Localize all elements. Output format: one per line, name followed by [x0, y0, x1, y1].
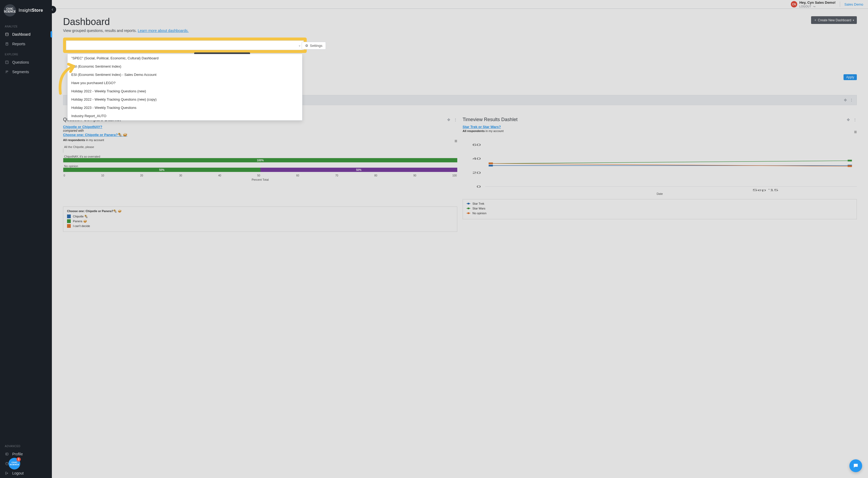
avatar[interactable]: CN [791, 1, 797, 7]
more-vertical-icon[interactable]: ⋮ [454, 118, 457, 122]
svg-line-24 [491, 163, 850, 166]
sidebar-item-dashboard[interactable]: Dashboard [0, 30, 52, 39]
sidebar-collapse-button[interactable] [49, 6, 56, 13]
dashlet-title: Timeview Results Dashlet [463, 117, 517, 122]
sidebar-item-label: Profile [12, 452, 23, 456]
legend-label: I can't decide [73, 225, 90, 228]
dropdown-item[interactable]: "SPEC" (Social, Political, Economic, Cul… [68, 54, 302, 62]
dashboard-search-dropdown: "SPEC" (Social, Political, Economic, Cul… [67, 54, 303, 121]
legend-swatch [67, 224, 71, 228]
dashboard-icon [5, 32, 9, 36]
bar-xaxis: 0102030405060708090100 [63, 174, 457, 177]
legend-label: Panera 🥪 [73, 219, 87, 223]
respondents-bold: All respondents [463, 129, 485, 132]
apply-button[interactable]: Apply [843, 74, 857, 80]
sidebar-section-advanced: ADVANCED [0, 441, 52, 449]
timeview-legend: Star Trek Star Wars No opinion [463, 199, 857, 219]
questions-icon: ? [5, 60, 9, 64]
svg-rect-19 [489, 165, 493, 166]
legend-label: No opinion [472, 212, 487, 215]
legend-swatch [467, 207, 470, 209]
more-vertical-icon[interactable]: ⋮ [850, 98, 854, 102]
sidebar-item-label: Questions [12, 60, 29, 64]
dropdown-item[interactable]: Have you purchased LEGO? [68, 79, 302, 87]
legend-swatch [67, 219, 71, 223]
brand-mark: CIVIC SCIENCE [4, 4, 16, 17]
question-link-primary[interactable]: Star Trek or Star Wars? [463, 125, 501, 129]
divider [840, 2, 840, 7]
chevron-down-icon: ⌄ [298, 43, 301, 47]
reports-icon [5, 42, 9, 46]
page-title: Dashboard [63, 16, 189, 27]
notification-count: 1 [17, 457, 21, 461]
create-dashboard-button[interactable]: ＋ Create New Dashboard ▾ [811, 16, 857, 24]
notifications-badge[interactable]: CIVIC SCIENCE 1 [8, 458, 20, 470]
bar-category-label: All the Chipotle, please [64, 145, 457, 149]
sidebar-item-label: Segments [12, 70, 29, 74]
legend-label: Star Wars [472, 207, 486, 210]
move-icon[interactable]: ✥ [447, 118, 451, 122]
timeview-dashlet: Timeview Results Dashlet ✥ ⋮ Star Trek o… [463, 117, 857, 232]
dropdown-item[interactable]: Industry Report_AUTO [68, 112, 302, 120]
compare-legend: Choose one: Chipotle or Panera?🌯 🥪 Chipo… [63, 207, 457, 232]
settings-button[interactable]: ⚙ Settings [302, 42, 326, 50]
dropdown-item[interactable]: Holiday 2022 - Weekly Tracking Questions… [68, 95, 302, 103]
chart-menu-icon[interactable]: ≡ [454, 139, 457, 144]
xaxis-title: Percent Total [63, 178, 457, 181]
bar-category-label: ChipotNAY, it's so overrated [64, 155, 457, 158]
plus-icon: ＋ [814, 18, 817, 22]
question-link-secondary[interactable]: Choose one: Chipotle or Panera?🌯 🥪 [63, 133, 127, 137]
dropdown-item[interactable]: Holiday 2022 - Weekly Tracking Questions… [68, 87, 302, 95]
sidebar-item-logout[interactable]: Logout [0, 469, 52, 478]
chart-menu-icon[interactable]: ≡ [854, 129, 857, 135]
sidebar-item-questions[interactable]: ? Questions [0, 58, 52, 67]
learn-more-link[interactable]: Learn more about dashboards. [138, 28, 189, 33]
move-icon[interactable]: ✥ [847, 118, 850, 122]
timeview-line-chart: 60 40 20 0 [463, 136, 857, 192]
dashboard-search-input[interactable] [69, 43, 298, 48]
dropdown-item[interactable]: ESI (Economic Sentiment Index) - Sales D… [68, 70, 302, 79]
xaxis-title: Date [463, 192, 857, 196]
legend-title: Choose one: Chipotle or Panera?🌯 🥪 [67, 209, 453, 213]
sidebar-item-help[interactable]: ? Help [0, 459, 52, 469]
svg-text:60: 60 [472, 143, 481, 146]
svg-point-8 [7, 71, 8, 72]
legend-label: Chipotle 🌯 [73, 215, 88, 218]
segments-icon [5, 70, 9, 74]
svg-rect-26 [848, 165, 852, 167]
move-icon[interactable]: ✥ [844, 98, 847, 102]
respondents-bold: All respondents [63, 139, 85, 142]
legend-swatch [467, 212, 470, 214]
caret-down-icon: ▾ [853, 19, 854, 22]
sidebar-item-label: Dashboard [12, 32, 31, 36]
bar-category-label: No opinion [64, 165, 457, 168]
question-link-primary[interactable]: Chipotle or ChipotNAY? [63, 125, 102, 129]
sales-demo-link[interactable]: Sales Demo [844, 2, 863, 6]
sidebar-item-profile[interactable]: Profile [0, 449, 52, 459]
logout-link[interactable]: LOGOUT [799, 5, 811, 8]
bar-value-label: 50% [356, 169, 362, 171]
sidebar-item-segments[interactable]: Segments [0, 67, 52, 77]
sidebar-section-explore: EXPLORE [0, 49, 52, 58]
dropdown-item[interactable]: Industry Report_BEAUTY [68, 120, 302, 121]
sidebar-item-reports[interactable]: Reports [0, 39, 52, 49]
create-button-label: Create New Dashboard [818, 18, 851, 22]
dashboard-search-highlight: ⌄ Click to type and search dashboards "S… [63, 37, 307, 53]
more-vertical-icon[interactable]: ⋮ [853, 118, 857, 122]
svg-text:?: ? [6, 61, 7, 63]
svg-text:0: 0 [477, 185, 481, 188]
bar-value-label: 100% [257, 159, 264, 162]
logout-icon: ↪ [813, 5, 815, 8]
dropdown-item[interactable]: Holiday 2023 - Weekly Tracking Questions [68, 103, 302, 112]
dashboard-search-select[interactable]: ⌄ [66, 40, 304, 50]
bar-value-label: 50% [159, 169, 164, 171]
content: Dashboard View grouped questions, result… [52, 9, 868, 478]
brand-logo[interactable]: CIVIC SCIENCE InsightStore [0, 0, 52, 21]
sidebar-section-analyze: ANALYZE [0, 21, 52, 30]
sidebar: CIVIC SCIENCE InsightStore ANALYZE Dashb… [0, 0, 52, 478]
respondents-rest: in my account [485, 129, 503, 132]
profile-icon [5, 452, 9, 456]
chat-widget-button[interactable] [849, 459, 862, 472]
compared-with-text: compared with [63, 129, 84, 132]
dropdown-item[interactable]: ESI (Economic Sentiment Index) [68, 62, 302, 70]
